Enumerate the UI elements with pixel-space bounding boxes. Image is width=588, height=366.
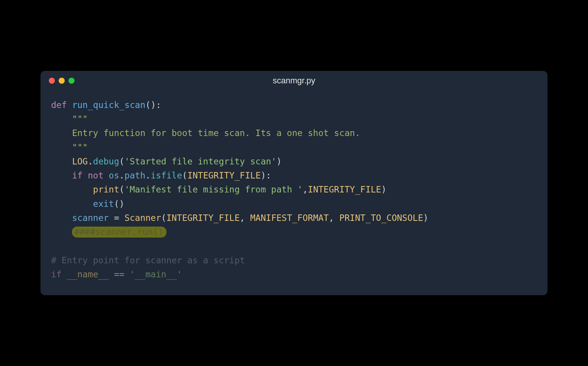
- punct: ): [276, 156, 282, 166]
- code-line: LOG.debug('Started file integrity scan'): [72, 156, 282, 166]
- dunder-name: __name__: [67, 269, 109, 279]
- const: MANIFEST_FORMAT: [250, 213, 329, 223]
- traffic-lights: [49, 78, 75, 84]
- ident-scanner: scanner: [72, 213, 109, 223]
- punct: ():: [145, 100, 161, 110]
- punct: ): [423, 213, 428, 223]
- punct: (: [119, 156, 124, 166]
- keyword-if: if: [51, 269, 62, 279]
- code-line: def run_quick_scan():: [51, 100, 161, 110]
- punct: ):: [261, 170, 271, 180]
- builtin-print: print: [93, 185, 119, 194]
- punct: (: [182, 170, 187, 180]
- titlebar: scanmgr.py: [40, 71, 548, 88]
- string: 'Started file integrity scan': [124, 156, 277, 166]
- comment: # Entry point for scanner as a script: [51, 255, 245, 265]
- punct: (: [161, 213, 166, 223]
- code-line: if not os.path.isfile(INTEGRITY_FILE):: [72, 170, 271, 180]
- code-line-dim: # Entry point for scanner as a script: [51, 255, 245, 265]
- punct: .: [88, 156, 93, 166]
- builtin-exit: exit: [93, 199, 114, 209]
- highlighted-comment: ####scanner.run(): [72, 227, 166, 238]
- const: INTEGRITY_FILE: [166, 213, 240, 223]
- const: PRINT_TO_CONSOLE: [339, 213, 423, 223]
- punct: ,: [240, 213, 250, 223]
- punct: ,: [303, 185, 308, 194]
- code-line: print('Manifest file missing from path '…: [93, 185, 387, 194]
- maximize-icon[interactable]: [68, 78, 75, 84]
- code-editor[interactable]: def run_quick_scan(): """ Entry function…: [40, 88, 548, 295]
- const: INTEGRITY_FILE: [187, 170, 261, 180]
- function-name: run_quick_scan: [72, 100, 145, 110]
- punct: ,: [329, 213, 339, 223]
- ident-os: os: [109, 170, 119, 180]
- close-icon[interactable]: [49, 78, 55, 84]
- keyword-not: not: [88, 170, 104, 180]
- code-line: scanner = Scanner(INTEGRITY_FILE, MANIFE…: [72, 213, 428, 223]
- docstring-body: Entry function for boot time scan. Its a…: [72, 128, 360, 138]
- method-isfile: isfile: [151, 170, 182, 180]
- window-title: scanmgr.py: [273, 76, 316, 86]
- operator: ==: [109, 269, 129, 279]
- punct: (: [119, 185, 124, 194]
- string-main: '__main__': [130, 269, 182, 279]
- punct: (): [114, 199, 124, 209]
- string: 'Manifest file missing from path ': [124, 185, 303, 194]
- code-line: exit(): [93, 199, 124, 209]
- keyword-def: def: [51, 100, 67, 110]
- keyword-if: if: [72, 170, 82, 180]
- minimize-icon[interactable]: [59, 78, 65, 84]
- method-debug: debug: [93, 156, 119, 166]
- punct: .: [119, 170, 124, 180]
- editor-window: scanmgr.py def run_quick_scan(): """ Ent…: [40, 71, 548, 295]
- ident-log: LOG: [72, 156, 88, 166]
- ident-path: path: [124, 170, 145, 180]
- punct: ): [381, 185, 386, 194]
- code-line-dim: if __name__ == '__main__': [51, 269, 182, 279]
- docstring-close: """: [72, 142, 88, 152]
- punct: .: [145, 170, 151, 180]
- class-scanner: Scanner: [124, 213, 161, 223]
- const: INTEGRITY_FILE: [308, 185, 381, 194]
- docstring-open: """: [72, 114, 88, 124]
- operator: =: [109, 213, 124, 223]
